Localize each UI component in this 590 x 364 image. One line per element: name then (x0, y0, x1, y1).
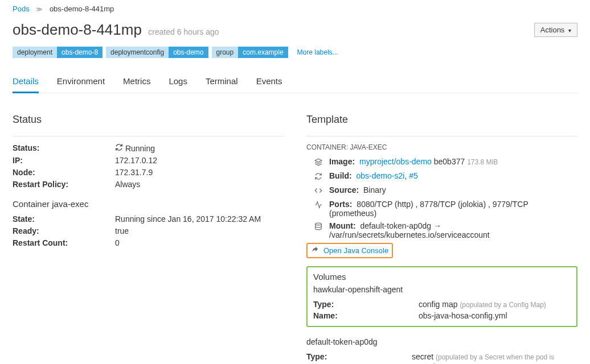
tab-details[interactable]: Details (13, 73, 39, 93)
restart-policy-key: Restart Policy: (13, 180, 115, 189)
volume-2-name: default-token-ap0dg (306, 337, 577, 346)
source-row: Source: Binary (306, 185, 577, 196)
node-key: Node: (13, 168, 115, 177)
label-key: deployment (13, 47, 57, 58)
build-link-name[interactable]: obs-demo-s2i (357, 171, 405, 180)
open-java-console-link[interactable]: Open Java Console (323, 246, 388, 255)
vol1-name-key: Name: (313, 311, 419, 320)
java-console-highlight: Open Java Console (306, 243, 393, 258)
build-link-number[interactable]: #5 (409, 171, 418, 180)
source-key: Source: (329, 185, 359, 195)
image-key: Image: (329, 157, 355, 166)
label-pair[interactable]: group com.example (212, 47, 288, 58)
tab-terminal[interactable]: Terminal (206, 73, 238, 93)
tab-environment[interactable]: Environment (57, 73, 105, 93)
ip-key: IP: (13, 156, 115, 165)
ip-value: 172.17.0.12 (115, 156, 284, 165)
image-link[interactable]: myproject/obs-demo (359, 157, 432, 166)
restart-count-key: Restart Count: (13, 238, 115, 247)
label-val: com.example (238, 47, 288, 58)
share-icon (311, 246, 319, 255)
ports-row: Ports: 8080/TCP (http) , 8778/TCP (jolok… (306, 200, 577, 218)
database-icon (314, 221, 323, 232)
breadcrumb-root[interactable]: Pods (13, 5, 30, 13)
image-sha: be0b377 (434, 157, 465, 166)
node-value: 172.31.7.9 (115, 168, 284, 177)
build-key: Build: (329, 171, 352, 180)
vol2-type-hint: (populated by a Secret when the pod is c… (412, 353, 554, 364)
volume-2-block: default-token-ap0dg Type: secret (popula… (306, 337, 577, 364)
ready-value: true (115, 226, 284, 235)
pulse-icon (314, 200, 323, 210)
status-key: Status: (13, 143, 115, 153)
status-divider (13, 136, 284, 136)
vol1-name-value: obs-java-hosa-config.yml (419, 311, 571, 320)
vol1-type-hint: (populated by a Config Map) (460, 301, 546, 309)
vol2-type-value: secret (populated by a Secret when the p… (412, 352, 577, 364)
status-heading: Status (13, 114, 284, 126)
svg-point-1 (316, 223, 322, 225)
breadcrumb-current: obs-demo-8-441mp (50, 5, 114, 13)
ready-key: Ready: (13, 226, 115, 235)
volumes-heading: Volumes (313, 272, 571, 282)
tab-metrics[interactable]: Metrics (123, 73, 150, 93)
image-size: 173.8 MiB (467, 158, 498, 166)
tab-events[interactable]: Events (256, 73, 282, 93)
page-title: obs-demo-8-441mp created 6 hours ago (13, 21, 219, 39)
container-subheading: Container java-exec (13, 199, 284, 209)
pod-name: obs-demo-8-441mp (13, 21, 142, 38)
template-column: Template CONTAINER: JAVA-EXEC Image: myp… (306, 114, 577, 364)
created-ago: created 6 hours ago (148, 27, 219, 36)
more-labels-link[interactable]: More labels... (297, 48, 338, 56)
container-label: CONTAINER: JAVA-EXEC (306, 143, 577, 151)
label-pair[interactable]: deploymentconfig obs-demo (106, 47, 208, 58)
label-val: obs-demo-8 (57, 47, 103, 58)
label-key: group (212, 47, 239, 58)
state-key: State: (13, 214, 115, 224)
source-value: Binary (363, 185, 386, 195)
template-heading: Template (306, 114, 577, 126)
layers-icon (314, 157, 323, 168)
labels-row: deployment obs-demo-8 deploymentconfig o… (13, 47, 577, 58)
mount-row: Mount: default-token-ap0dg → /var/run/se… (306, 221, 577, 239)
status-value: Running (115, 143, 284, 153)
vol2-type-text: secret (412, 352, 433, 361)
breadcrumb-separator-icon: ≫ (36, 6, 43, 13)
label-pair[interactable]: deployment obs-demo-8 (13, 47, 103, 58)
status-text: Running (125, 144, 155, 153)
vol1-type-text: config map (419, 300, 457, 309)
refresh-icon (115, 144, 123, 153)
vol2-type-key: Type: (306, 352, 412, 364)
state-value: Running since Jan 16, 2017 10:22:32 AM (115, 214, 284, 224)
build-sep: , (404, 171, 409, 180)
label-key: deploymentconfig (106, 47, 169, 58)
tab-logs[interactable]: Logs (169, 73, 187, 93)
code-icon (314, 185, 323, 196)
ports-key: Ports: (329, 200, 352, 209)
refresh-icon (314, 171, 323, 182)
breadcrumb: Pods ≫ obs-demo-8-441mp (13, 5, 577, 21)
image-row: Image: myproject/obs-demo be0b377 173.8 … (306, 157, 577, 168)
actions-label: Actions (540, 26, 565, 34)
vol1-type-value: config map (populated by a Config Map) (419, 300, 571, 309)
volume-1-name: hawkular-openshift-agent (313, 285, 571, 294)
restart-policy-value: Always (115, 180, 284, 189)
volumes-highlight: Volumes hawkular-openshift-agent Type: c… (306, 266, 577, 327)
svg-marker-0 (315, 159, 322, 162)
build-row: Build: obs-demo-s2i, #5 (306, 171, 577, 182)
tabs: Details Environment Metrics Logs Termina… (13, 73, 577, 93)
restart-count-value: 0 (115, 238, 284, 247)
status-column: Status Status: Running IP: 172.17.0.12 N… (13, 114, 284, 364)
template-divider (306, 136, 577, 136)
mount-key: Mount: (329, 221, 356, 230)
label-val: obs-demo (169, 47, 208, 58)
ports-value: 8080/TCP (http) , 8778/TCP (jolokia) , 9… (329, 200, 528, 218)
vol1-type-key: Type: (313, 300, 419, 309)
chevron-down-icon: ▾ (568, 27, 571, 34)
actions-dropdown[interactable]: Actions ▾ (534, 23, 577, 37)
